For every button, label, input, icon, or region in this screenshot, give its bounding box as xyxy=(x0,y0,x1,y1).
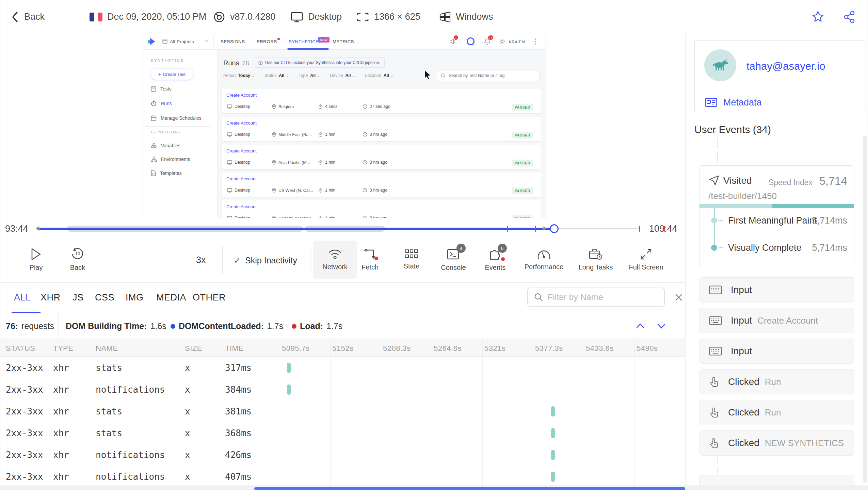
sidebar-divider xyxy=(143,126,211,127)
fmp-label: First Meaningful Paint xyxy=(728,215,817,226)
vc-dot-icon xyxy=(711,245,717,251)
share-icon xyxy=(842,10,856,24)
new-badge: NEW xyxy=(318,37,329,43)
favorite-button[interactable] xyxy=(811,0,825,33)
project-selector[interactable]: All Projects xyxy=(170,39,194,44)
panel-button-state[interactable]: State xyxy=(389,241,434,279)
filter-input[interactable] xyxy=(548,292,650,302)
request-row[interactable]: 2xx-3xxxhrnotificationsx426ms xyxy=(0,444,685,466)
run-card[interactable]: Create Account Desktop Canada (Central) … xyxy=(222,200,541,218)
sidebar-item-templates[interactable]: Templates xyxy=(151,170,182,176)
event-card-input[interactable]: Input Create Account xyxy=(699,308,854,333)
speed-toggle[interactable]: 3x xyxy=(196,255,206,265)
event-card-input[interactable]: Input xyxy=(699,339,854,364)
tab-all[interactable]: ALL xyxy=(14,292,31,303)
tab-xhr[interactable]: XHR xyxy=(41,292,61,303)
calendar-icon xyxy=(151,115,157,121)
run-test-name[interactable]: Create Account xyxy=(226,148,257,153)
run-card[interactable]: Create Account Desktop Asia Pacific (M..… xyxy=(222,145,541,169)
back-button[interactable]: Back xyxy=(11,0,45,33)
event-card-partial[interactable] xyxy=(699,475,854,486)
runs-search-box[interactable] xyxy=(437,70,540,81)
share-button[interactable] xyxy=(842,0,856,33)
sidebar-item-variables[interactable]: Variables xyxy=(151,143,180,148)
metadata-button[interactable]: Metadata xyxy=(705,95,762,110)
request-row[interactable]: 2xx-3xxxhrstatsx381ms xyxy=(0,401,685,422)
close-panel-icon[interactable] xyxy=(674,293,683,302)
event-card-clicked[interactable]: Clicked NEW SYNTHETICS xyxy=(699,430,854,456)
event-card-clicked[interactable]: Clicked Run xyxy=(699,400,854,425)
filter-device[interactable]: Device All ⌄ xyxy=(330,73,355,78)
tab-img[interactable]: IMG xyxy=(126,292,144,303)
panel-button-full-screen[interactable]: Full Screen xyxy=(624,241,668,279)
panel-button-performance[interactable]: Performance xyxy=(522,241,566,279)
user-email-link[interactable]: tahay@asayer.io xyxy=(746,60,825,72)
visited-event-card[interactable]: Visited Speed Index 5,714 /test-builder/… xyxy=(699,165,854,268)
run-ago: 3 hrs ago xyxy=(363,132,387,137)
event-card-clicked[interactable]: Clicked Run xyxy=(699,369,854,394)
fullscreen-icon xyxy=(640,248,652,260)
filter-location[interactable]: Location All ⌄ xyxy=(365,73,393,78)
run-card[interactable]: Create Account Desktop Middle East (Ba..… xyxy=(222,117,541,141)
request-row[interactable]: 2xx-3xxxhrstatsx317ms xyxy=(0,357,685,379)
run-test-name[interactable]: Create Account xyxy=(226,120,257,126)
sidebar-item-runs[interactable]: Runs xyxy=(151,100,172,107)
run-test-name[interactable]: Create Account xyxy=(226,204,257,209)
filter-type[interactable]: Type All ⌄ xyxy=(299,73,320,78)
panel-button-long-tasks[interactable]: Long Tasks xyxy=(574,241,618,279)
request-row[interactable]: 2xx-3xxxhrstatsx368ms xyxy=(0,422,685,444)
skip-inactivity-toggle[interactable]: ✓ Skip Inactivity xyxy=(234,256,297,265)
back-10-button[interactable]: 10 Back xyxy=(59,241,96,279)
run-device: Desktop xyxy=(227,104,250,109)
sidebar-scrollbar[interactable] xyxy=(863,135,867,483)
tab-css[interactable]: CSS xyxy=(95,292,114,303)
run-card[interactable]: Create Account Desktop US West (N. Cal..… xyxy=(222,173,541,197)
waterfall-scrollbar-thumb[interactable] xyxy=(254,487,685,490)
tab-js[interactable]: JS xyxy=(73,292,84,303)
filter-box[interactable] xyxy=(527,288,665,307)
filter-period[interactable]: Period Today ⌄ xyxy=(223,73,255,78)
tab-synthetics[interactable]: SYNTHETICS xyxy=(289,39,319,44)
gear-icon[interactable] xyxy=(499,38,505,45)
request-row[interactable]: 2xx-3xxxhrnotificationsx384ms xyxy=(0,379,685,401)
topbar-divider xyxy=(68,6,68,28)
panel-button-console[interactable]: 4 Console xyxy=(431,241,476,279)
run-ago: 3 hrs ago xyxy=(363,188,387,193)
filter-status[interactable]: Status All ⌄ xyxy=(264,73,289,78)
plus-icon: + xyxy=(158,72,161,77)
kebab-menu-icon[interactable] xyxy=(535,38,536,45)
run-card[interactable]: Create Account Desktop Belgium 4 secs 27… xyxy=(222,89,541,113)
run-test-name[interactable]: Create Account xyxy=(226,93,257,98)
waterfall-scrollbar-track[interactable] xyxy=(0,486,868,490)
device-info: Desktop xyxy=(290,0,342,33)
event-card-input[interactable]: Input xyxy=(699,277,854,303)
tab-sessions[interactable]: SESSIONS xyxy=(221,39,245,44)
active-tab-underline xyxy=(12,312,41,313)
tab-metrics[interactable]: METRICS xyxy=(333,39,354,44)
sidebar-item-environments[interactable]: Environments xyxy=(151,157,190,162)
user-menu[interactable]: KRAIEM xyxy=(509,40,525,44)
tab-media[interactable]: MEDIA xyxy=(156,292,186,303)
run-test-name[interactable]: Create Account xyxy=(226,176,257,181)
panel-button-events[interactable]: 6 Events xyxy=(473,241,517,279)
mouse-cursor-icon xyxy=(424,70,433,80)
tab-other[interactable]: OTHER xyxy=(193,292,226,303)
create-test-button[interactable]: +Create Test xyxy=(151,69,193,80)
jump-prev-icon[interactable] xyxy=(634,321,646,331)
play-button[interactable]: Play xyxy=(17,241,55,279)
file-code-icon xyxy=(151,170,156,176)
events-alert-dot xyxy=(501,257,505,261)
sidebar-item-tests[interactable]: Tests xyxy=(151,86,172,92)
playhead-handle[interactable] xyxy=(550,224,559,233)
tab-errors[interactable]: ERRORS xyxy=(257,39,277,44)
sidebar-item-manage-schedules[interactable]: Manage Schedules xyxy=(151,115,202,121)
app-logo-icon xyxy=(147,37,156,46)
puzzle-icon: 6 xyxy=(488,248,502,261)
cli-link[interactable]: CLI xyxy=(280,60,287,65)
runs-search-input[interactable] xyxy=(449,73,534,78)
request-row[interactable]: 2xx-3xxxhrnotificationsx407ms xyxy=(0,466,685,486)
panel-button-fetch[interactable]: Fetch xyxy=(348,241,392,279)
jump-next-icon[interactable] xyxy=(655,321,668,331)
player-timeline[interactable]: 93:44 109:44 xyxy=(0,218,685,239)
network-tabs-bar: ALL XHR JS CSS IMG MEDIA OTHER xyxy=(0,283,685,313)
